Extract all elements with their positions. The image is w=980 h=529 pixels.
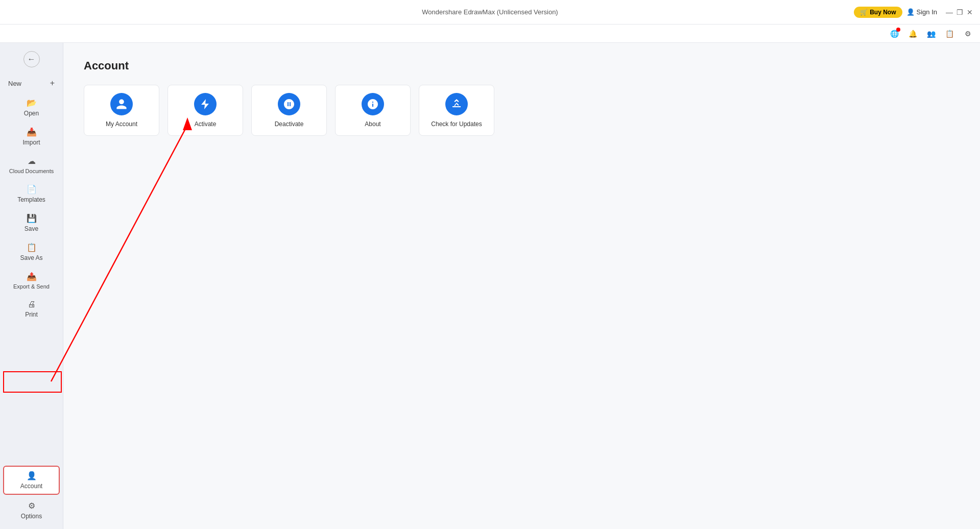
my-account-card[interactable]: My Account: [84, 85, 159, 136]
sidebar-item-save-as[interactable]: 📋 Save As: [3, 238, 60, 266]
sidebar-item-open[interactable]: 📂 Open: [3, 94, 60, 121]
save-as-icon: 📋: [27, 243, 37, 252]
deactivate-icon: [278, 93, 300, 115]
cart-icon: 🛒: [860, 9, 868, 16]
deactivate-label: Deactivate: [275, 121, 304, 128]
activate-card[interactable]: Activate: [168, 85, 243, 136]
templates-icon: 📄: [27, 184, 37, 194]
notification-icon[interactable]: 🔔: [906, 28, 919, 40]
activate-icon: [194, 93, 217, 115]
clipboard-icon[interactable]: 📋: [943, 28, 955, 40]
export-icon: 📤: [27, 272, 37, 281]
import-label: Import: [22, 139, 40, 146]
save-as-label: Save As: [20, 254, 42, 261]
deactivate-card[interactable]: Deactivate: [251, 85, 327, 136]
titlebar: Wondershare EdrawMax (Unlicensed Version…: [0, 0, 980, 25]
account-icon: 👤: [27, 471, 37, 480]
save-icon: 💾: [27, 213, 37, 223]
open-label: Open: [24, 110, 39, 117]
new-label: New: [8, 80, 21, 87]
sidebar-item-cloud[interactable]: ☁ Cloud Documents: [3, 152, 60, 178]
buy-now-label: Buy Now: [870, 9, 896, 16]
titlebar-right: 🛒 Buy Now 👤 Sign In — ❐ ✕: [854, 7, 974, 18]
sign-in-button[interactable]: 👤 Sign In: [906, 8, 937, 16]
community-icon[interactable]: 👥: [925, 28, 937, 40]
check-updates-icon: [445, 93, 468, 115]
export-label: Export & Send: [13, 283, 50, 290]
import-icon: 📥: [27, 127, 37, 137]
my-account-icon: [110, 93, 133, 115]
save-label: Save: [25, 225, 38, 232]
my-account-label: My Account: [106, 121, 137, 128]
page-title: Account: [84, 59, 960, 73]
back-button[interactable]: ←: [23, 51, 40, 67]
cloud-label: Cloud Documents: [9, 168, 54, 174]
cloud-icon: ☁: [28, 156, 36, 166]
person-icon: 👤: [906, 8, 915, 16]
sidebar-item-account[interactable]: 👤 Account: [3, 466, 60, 495]
sidebar-item-save[interactable]: 💾 Save: [3, 209, 60, 236]
restore-button[interactable]: ❐: [955, 8, 964, 16]
account-cards: My Account Activate: [84, 85, 960, 136]
about-label: About: [365, 121, 380, 128]
sidebar: ← New + 📂 Open 📥 Import ☁ Cloud Document…: [0, 43, 63, 529]
open-icon: 📂: [27, 98, 37, 108]
toolbar: 🌐 🔔 👥 📋 ⚙: [0, 25, 980, 43]
window-controls: — ❐ ✕: [945, 8, 974, 16]
sidebar-item-print[interactable]: 🖨 Print: [3, 296, 60, 322]
app-title: Wondershare EdrawMax (Unlicensed Version…: [422, 8, 558, 16]
settings-icon[interactable]: ⚙: [962, 28, 974, 40]
options-icon: ⚙: [28, 501, 35, 511]
check-updates-label: Check for Updates: [431, 121, 482, 128]
activate-label: Activate: [195, 121, 217, 128]
sidebar-spacer: [0, 323, 63, 465]
close-button[interactable]: ✕: [966, 8, 974, 16]
check-updates-card[interactable]: Check for Updates: [419, 85, 494, 136]
help-icon[interactable]: 🌐: [888, 28, 900, 40]
sidebar-item-new[interactable]: New +: [3, 75, 60, 92]
buy-now-button[interactable]: 🛒 Buy Now: [854, 7, 902, 18]
sidebar-item-templates[interactable]: 📄 Templates: [3, 180, 60, 207]
main-layout: ← New + 📂 Open 📥 Import ☁ Cloud Document…: [0, 43, 980, 529]
sidebar-item-options[interactable]: ⚙ Options: [3, 497, 60, 524]
options-label: Options: [21, 513, 42, 520]
account-label: Account: [20, 483, 42, 490]
print-icon: 🖨: [28, 300, 36, 309]
print-label: Print: [25, 311, 38, 318]
sidebar-item-export[interactable]: 📤 Export & Send: [3, 268, 60, 294]
plus-icon: +: [50, 79, 55, 88]
sign-in-label: Sign In: [917, 8, 937, 16]
sidebar-item-import[interactable]: 📥 Import: [3, 123, 60, 150]
templates-label: Templates: [17, 196, 45, 203]
minimize-button[interactable]: —: [945, 8, 953, 16]
about-card[interactable]: About: [335, 85, 411, 136]
about-icon: [362, 93, 384, 115]
content-area: Account My Account: [63, 43, 980, 529]
